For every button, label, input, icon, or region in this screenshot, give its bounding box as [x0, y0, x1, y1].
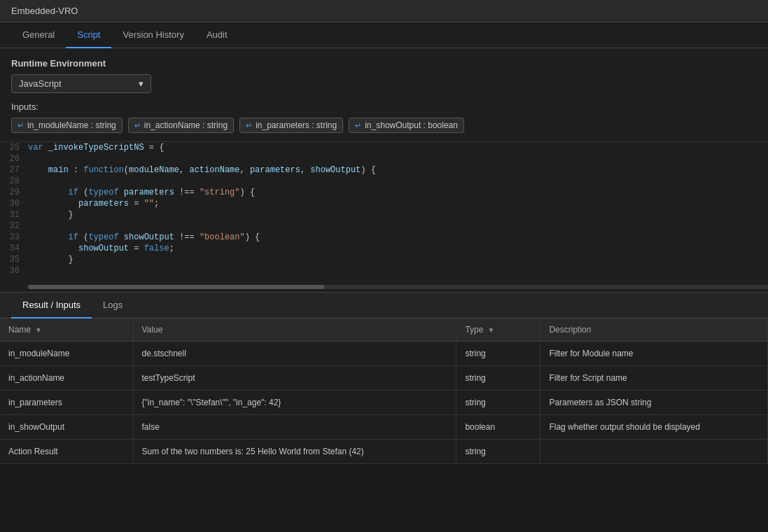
input-tag-label-2: in_actionName : string	[144, 120, 228, 130]
code-line-25: 25 var _invokeTypeScriptNS = {	[0, 142, 768, 153]
column-description: Description	[540, 318, 768, 342]
input-arrow-icon-1: ↵	[18, 121, 24, 130]
line-code-26	[28, 153, 768, 164]
line-code-28	[28, 176, 768, 187]
cell-type-1: string	[456, 342, 540, 366]
cell-name-2: in_actionName	[0, 366, 133, 391]
line-code-31: }	[28, 209, 768, 220]
line-num-32: 32	[0, 220, 28, 232]
column-name[interactable]: Name ▼	[0, 318, 133, 342]
result-bar: Result / Inputs Logs	[0, 292, 768, 318]
input-tag-label-3: in_parameters : string	[256, 120, 337, 130]
input-arrow-icon-4: ↵	[355, 121, 361, 130]
line-code-29: if (typeof parameters !== "string") {	[28, 187, 768, 198]
code-line-32: 32	[0, 220, 768, 232]
code-line-30: 30 parameters = "";	[0, 198, 768, 209]
line-num-26: 26	[0, 153, 28, 164]
line-code-25: var _invokeTypeScriptNS = {	[28, 142, 768, 153]
table-container[interactable]: Name ▼ Value Type ▼	[0, 318, 768, 500]
filter-icon-name: ▼	[35, 326, 42, 334]
input-tag-actionname[interactable]: ↵ in_actionName : string	[128, 118, 234, 133]
input-arrow-icon-2: ↵	[134, 121, 141, 130]
cell-type-5: string	[456, 440, 540, 464]
tab-general[interactable]: General	[11, 22, 66, 48]
table-body: in_moduleName de.stschnell string Filter…	[0, 342, 768, 464]
table-row: in_parameters {"in_name": "\"Stefan\"", …	[0, 391, 768, 415]
cell-desc-2: Filter for Script name	[540, 366, 768, 391]
cell-desc-4: Flag whether output should be displayed	[540, 415, 768, 440]
line-code-36	[28, 265, 768, 276]
input-tag-parameters[interactable]: ↵ in_parameters : string	[239, 118, 343, 133]
line-code-27: main : function(moduleName, actionName, …	[28, 164, 768, 176]
input-tags: ↵ in_moduleName : string ↵ in_actionName…	[11, 118, 757, 133]
line-code-32	[28, 220, 768, 232]
line-num-33: 33	[0, 232, 28, 243]
runtime-select[interactable]: JavaScript ▾	[11, 74, 151, 93]
line-num-31: 31	[0, 209, 28, 220]
cell-value-2: testTypeScript	[133, 366, 456, 391]
cell-name-1: in_moduleName	[0, 342, 133, 366]
cell-type-2: string	[456, 366, 540, 391]
cell-desc-5	[540, 440, 768, 464]
app-title: Embedded-VRO	[11, 6, 78, 16]
table-row: in_moduleName de.stschnell string Filter…	[0, 342, 768, 366]
column-value: Value	[133, 318, 456, 342]
result-tab-logs[interactable]: Logs	[92, 293, 134, 318]
code-line-28: 28	[0, 176, 768, 187]
code-line-27: 27 main : function(moduleName, actionNam…	[0, 164, 768, 176]
cell-type-3: string	[456, 391, 540, 415]
input-tag-label-4: in_showOutput : boolean	[365, 120, 458, 130]
cell-name-4: in_showOutput	[0, 415, 133, 440]
input-tag-modulename[interactable]: ↵ in_moduleName : string	[11, 118, 123, 133]
line-code-34: showOutput = false;	[28, 243, 768, 254]
line-num-25: 25	[0, 142, 28, 153]
runtime-label: Runtime Environment	[11, 58, 757, 69]
content-area: Runtime Environment JavaScript ▾ Inputs:…	[0, 48, 768, 141]
cell-value-1: de.stschnell	[133, 342, 456, 366]
line-num-30: 30	[0, 198, 28, 209]
input-tag-showoutput[interactable]: ↵ in_showOutput : boolean	[349, 118, 464, 133]
code-line-34: 34 showOutput = false;	[0, 243, 768, 254]
cell-value-4: false	[133, 415, 456, 440]
code-line-29: 29 if (typeof parameters !== "string") {	[0, 187, 768, 198]
input-arrow-icon-3: ↵	[246, 121, 252, 130]
line-num-27: 27	[0, 164, 28, 176]
cell-name-3: in_parameters	[0, 391, 133, 415]
column-type[interactable]: Type ▼	[456, 318, 540, 342]
code-line-31: 31 }	[0, 209, 768, 220]
data-table: Name ▼ Value Type ▼	[0, 318, 768, 464]
code-editor[interactable]: 25 var _invokeTypeScriptNS = { 26 27 mai…	[0, 141, 768, 292]
result-tab-inputs[interactable]: Result / Inputs	[11, 293, 92, 318]
cell-desc-1: Filter for Module name	[540, 342, 768, 366]
line-num-28: 28	[0, 176, 28, 187]
code-line-36: 36	[0, 265, 768, 276]
table-row: in_actionName testTypeScript string Filt…	[0, 366, 768, 391]
code-lines: 25 var _invokeTypeScriptNS = { 26 27 mai…	[0, 142, 768, 276]
chevron-down-icon: ▾	[139, 78, 144, 89]
code-line-35: 35 }	[0, 254, 768, 265]
cell-type-4: boolean	[456, 415, 540, 440]
line-num-29: 29	[0, 187, 28, 198]
table-row: Action Result Sum of the two numbers is:…	[0, 440, 768, 464]
horizontal-scrollbar[interactable]	[28, 285, 768, 289]
tab-audit[interactable]: Audit	[195, 22, 239, 48]
runtime-value: JavaScript	[19, 78, 62, 89]
tab-version-history[interactable]: Version History	[111, 22, 195, 48]
table-row: in_showOutput false boolean Flag whether…	[0, 415, 768, 440]
cell-value-3: {"in_name": "\"Stefan\"", "in_age": 42}	[133, 391, 456, 415]
line-code-33: if (typeof showOutput !== "boolean") {	[28, 232, 768, 243]
code-line-26: 26	[0, 153, 768, 164]
cell-value-5: Sum of the two numbers is: 25 Hello Worl…	[133, 440, 456, 464]
line-num-35: 35	[0, 254, 28, 265]
tab-script[interactable]: Script	[66, 22, 111, 48]
filter-icon-type: ▼	[487, 326, 494, 334]
input-tag-label-1: in_moduleName : string	[27, 120, 116, 130]
tab-bar: General Script Version History Audit	[0, 22, 768, 48]
line-num-36: 36	[0, 265, 28, 276]
cell-name-5: Action Result	[0, 440, 133, 464]
line-code-35: }	[28, 254, 768, 265]
line-code-30: parameters = "";	[28, 198, 768, 209]
inputs-label: Inputs:	[11, 102, 757, 112]
code-line-33: 33 if (typeof showOutput !== "boolean") …	[0, 232, 768, 243]
cell-desc-3: Parameters as JSON string	[540, 391, 768, 415]
